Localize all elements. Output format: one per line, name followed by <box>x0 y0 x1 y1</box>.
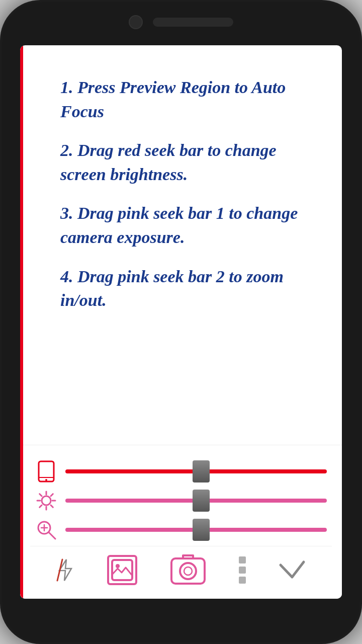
zoom-slider-row <box>30 519 332 541</box>
flash-off-button[interactable] <box>56 558 74 582</box>
phone-top <box>0 15 362 29</box>
front-camera <box>129 15 143 29</box>
screen: 1. Press Preview Region to Auto Focus 2.… <box>20 45 342 599</box>
svg-line-8 <box>40 494 42 496</box>
phone-frame: 1. Press Preview Region to Auto Focus 2.… <box>0 0 362 644</box>
svg-point-21 <box>180 563 196 579</box>
menu-button[interactable] <box>239 556 246 584</box>
zoom-track[interactable] <box>65 528 327 532</box>
controls-area <box>20 445 342 599</box>
svg-point-3 <box>42 496 51 505</box>
done-button[interactable] <box>279 560 306 580</box>
svg-rect-18 <box>112 560 132 580</box>
exposure-thumb[interactable] <box>193 490 210 512</box>
brightness-slider-row <box>30 460 332 482</box>
menu-dot-2 <box>239 567 246 574</box>
svg-line-13 <box>49 532 55 539</box>
menu-dot-3 <box>239 577 246 584</box>
zoom-thumb[interactable] <box>193 519 210 541</box>
camera-button[interactable] <box>169 554 207 586</box>
instruction-text-1: 1. Press Preview Region to Auto Focus <box>60 75 312 123</box>
svg-line-10 <box>51 494 53 496</box>
exposure-slider-row <box>30 490 332 512</box>
instruction-item-3: 3. Drag pink seek bar 1 to change camera… <box>60 201 312 249</box>
menu-dot-1 <box>239 556 246 564</box>
gallery-button[interactable] <box>107 555 137 585</box>
svg-line-9 <box>51 505 53 507</box>
svg-rect-0 <box>39 461 54 481</box>
sun-icon <box>35 490 57 512</box>
zoom-icon <box>35 519 57 541</box>
svg-point-2 <box>45 479 47 481</box>
exposure-track[interactable] <box>65 499 327 503</box>
speaker <box>153 18 233 27</box>
instruction-item-1: 1. Press Preview Region to Auto Focus <box>60 75 312 123</box>
toolbar <box>30 546 332 594</box>
instruction-item-4: 4. Drag pink seek bar 2 to zoom in/out. <box>60 265 312 312</box>
instruction-text-2: 2. Drag red seek bar to change screen br… <box>60 138 312 186</box>
svg-point-19 <box>116 564 120 568</box>
sliders-section <box>30 455 332 546</box>
instructions-section: 1. Press Preview Region to Auto Focus 2.… <box>20 45 342 445</box>
instruction-text-3: 3. Drag pink seek bar 1 to change camera… <box>60 201 312 249</box>
brightness-track[interactable] <box>65 469 327 473</box>
screen-icon <box>35 460 57 482</box>
instruction-item-2: 2. Drag red seek bar to change screen br… <box>60 138 312 186</box>
svg-point-22 <box>184 567 192 575</box>
brightness-thumb[interactable] <box>193 460 210 482</box>
svg-line-11 <box>40 505 42 507</box>
instruction-text-4: 4. Drag pink seek bar 2 to zoom in/out. <box>60 265 312 312</box>
